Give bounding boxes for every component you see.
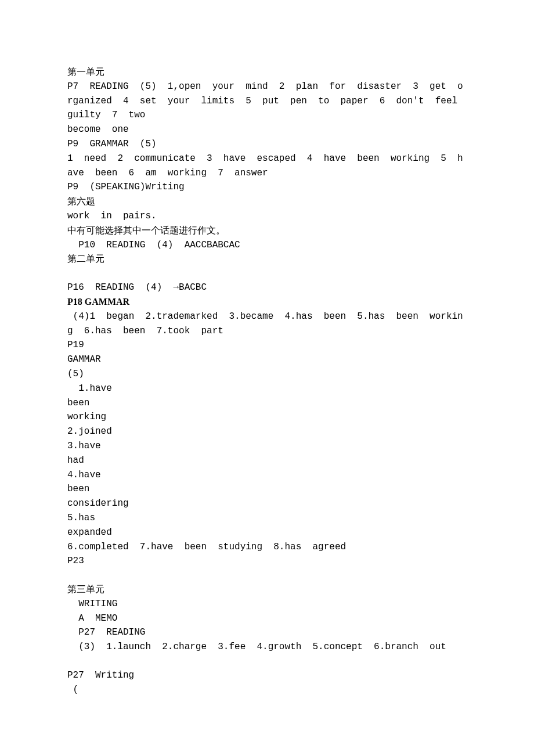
text-line: had (67, 453, 467, 468)
text-line: 1 need 2 communicate 3 have escaped 4 ha… (67, 152, 467, 181)
text-line (67, 654, 467, 668)
text-line: P7 READING (5) 1,open your mind 2 plan f… (67, 80, 467, 123)
text-line: 第六题 (67, 195, 467, 209)
text-line: P9 GRAMMAR (5) (67, 137, 467, 152)
text-line: 6.completed 7.have been studying 8.has a… (67, 540, 467, 555)
text-line: (5) (67, 367, 467, 381)
text-line: P19 (67, 338, 467, 352)
text-line: P27 Writing (67, 668, 467, 683)
text-line: 3.have (67, 439, 467, 453)
text-line: 4.have (67, 468, 467, 483)
text-line: (4)1 began 2.trademarked 3.became 4.has … (67, 309, 467, 339)
text-line: 第三单元 (67, 582, 467, 597)
text-line: WRITING (67, 597, 467, 611)
text-line: become one (67, 123, 467, 137)
text-line: been (67, 396, 467, 411)
text-line: been (67, 482, 467, 496)
text-line: P10 READING (4) AACCBABCAC (67, 238, 467, 253)
document-page: 第一单元P7 READING (5) 1,open your mind 2 pl… (0, 0, 534, 756)
text-line (67, 568, 467, 582)
text-line: A MEMO (67, 611, 467, 626)
text-line: (3) 1.launch 2.charge 3.fee 4.growth 5.c… (67, 640, 467, 654)
text-line: P9 (SPEAKING)Writing (67, 180, 467, 195)
text-line: 1.have (67, 381, 467, 396)
text-line: P16 READING (4) →BACBC (67, 280, 467, 295)
text-line (67, 267, 467, 280)
text-line: ( (67, 683, 467, 697)
text-line: 中有可能选择其中一个话题进行作文。 (67, 224, 467, 238)
text-line: 5.has (67, 511, 467, 525)
text-line: GAMMAR (67, 352, 467, 367)
text-line: 第一单元 (67, 65, 467, 80)
text-line: working (67, 410, 467, 424)
text-line: work in pairs. (67, 209, 467, 224)
text-line: 2.joined (67, 424, 467, 439)
text-line: considering (67, 496, 467, 511)
text-line: expanded (67, 525, 467, 540)
document-body: 第一单元P7 READING (5) 1,open your mind 2 pl… (67, 65, 467, 697)
text-line: P23 (67, 554, 467, 568)
text-line: 第二单元 (67, 252, 467, 267)
text-line: P18 GAMMAR (67, 295, 467, 309)
text-line: P27 READING (67, 625, 467, 640)
